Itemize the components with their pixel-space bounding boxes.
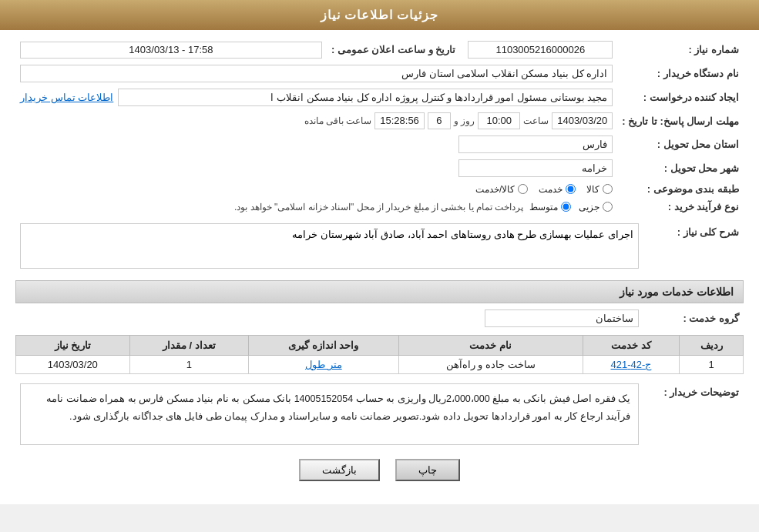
cell-vahed[interactable]: متر طول — [249, 356, 399, 374]
table-row: 1ج-42-421ساخت جاده و راه‌آهنمتر طول11403… — [16, 356, 744, 374]
cell-name: ساخت جاده و راه‌آهن — [398, 356, 583, 374]
name-dastgah-label: نام دستگاه خریدار : — [617, 62, 744, 85]
mande-label: ساعت باقی مانده — [304, 115, 372, 126]
radio-khadamat-item: خدمت — [539, 184, 576, 195]
cell-kod[interactable]: ج-42-421 — [583, 356, 680, 374]
col-vahed: واحد اندازه گیری — [249, 336, 399, 356]
tawzihat-value: یک فقره اصل فیش بانکی به مبلغ 2،000،000ر… — [20, 383, 639, 445]
section2-title: اطلاعات خدمات مورد نیاز — [15, 280, 744, 303]
radio-kala-khadamat-item: کالا/خدمت — [475, 184, 528, 195]
radio-khadamat[interactable] — [566, 184, 576, 194]
shomare-niaz-value: 1103005216000026 — [468, 41, 613, 59]
col-tedad: تعداد / مقدار — [129, 336, 248, 356]
cell-radif: 1 — [680, 356, 744, 374]
tabaghe-label: طبقه بندی موضوعی : — [617, 180, 744, 198]
radio-kala-label: کالا — [586, 184, 599, 195]
tarikh-elaan-label: تاریخ و ساعت اعلان عمومی : — [327, 38, 463, 62]
noe-farayand-label: نوع فرآیند خرید : — [617, 198, 744, 216]
page-header: جزئیات اطلاعات نیاز — [0, 0, 759, 30]
col-kod: کد خدمت — [583, 336, 680, 356]
grohe-khadamat-value: ساختمان — [485, 309, 639, 327]
col-radif: ردیف — [680, 336, 744, 356]
ostan-value: فارس — [458, 136, 613, 153]
radio-khadamat-label: خدمت — [539, 184, 563, 195]
mande-value: 15:28:56 — [374, 112, 425, 129]
print-button[interactable]: چاپ — [395, 459, 460, 481]
radio-kala-khadamat[interactable] — [518, 184, 528, 194]
ostan-label: استان محل تحویل : — [617, 132, 744, 156]
col-tarikh: تاریخ نیاز — [16, 336, 130, 356]
col-name: نام خدمت — [398, 336, 583, 356]
ijad-konande-value: مجید بوستانی مسئول امور قراردادها و کنتر… — [118, 89, 613, 106]
shomare-niaz-label: شماره نیاز : — [617, 38, 744, 62]
tarikh-elaan-value: 1403/03/13 - 17:58 — [20, 42, 322, 59]
ettelaat-link[interactable]: اطلاعات تماس خریدار — [20, 92, 113, 103]
services-table: ردیف کد خدمت نام خدمت واحد اندازه گیری ت… — [15, 335, 744, 374]
mohlat-label: مهلت ارسال پاسخ: تا تاریخ : — [617, 109, 744, 132]
saat-value: 10:00 — [478, 112, 520, 129]
mohlat-tarikh: 1403/03/20 — [552, 112, 613, 129]
shahr-label: شهر محل تحویل : — [617, 156, 744, 180]
tawzihat-label: توضیحات خریدار : — [643, 380, 744, 448]
back-button[interactable]: بازگشت — [299, 459, 380, 481]
roz-label: روز و — [454, 115, 475, 126]
shahr-value: خرامه — [458, 159, 613, 177]
ijad-konande-label: ایجاد کننده درخواست : — [617, 85, 744, 109]
radio-motovaset[interactable] — [561, 202, 571, 212]
roz-value: 6 — [428, 112, 451, 129]
radio-kala[interactable] — [603, 184, 613, 194]
radio-jozi[interactable] — [603, 202, 613, 212]
sharh-textarea[interactable]: اجرای عملیات بهسازی طرح هادی روستاهای اح… — [20, 223, 639, 269]
radio-kala-khadamat-label: کالا/خدمت — [475, 184, 515, 195]
cell-tarikh: 1403/03/20 — [16, 356, 130, 374]
radio-kala-item: کالا — [586, 184, 613, 195]
grohe-khadamat-label: گروه خدمت : — [643, 306, 744, 330]
page-title: جزئیات اطلاعات نیاز — [321, 8, 439, 22]
saat-label: ساعت — [523, 115, 549, 126]
radio-jozi-label: جزیی — [579, 202, 599, 212]
radio-motovaset-label: متوسط — [529, 202, 558, 212]
name-dastgah-value: اداره کل بنیاد مسکن انقلاب اسلامی استان … — [20, 65, 613, 82]
sharh-label: شرح کلی نیاز : — [643, 220, 744, 274]
cell-tedad: 1 — [129, 356, 248, 374]
farayand-desc: پرداخت تمام یا بخشی از مبلغ خریدار از مح… — [234, 202, 523, 212]
